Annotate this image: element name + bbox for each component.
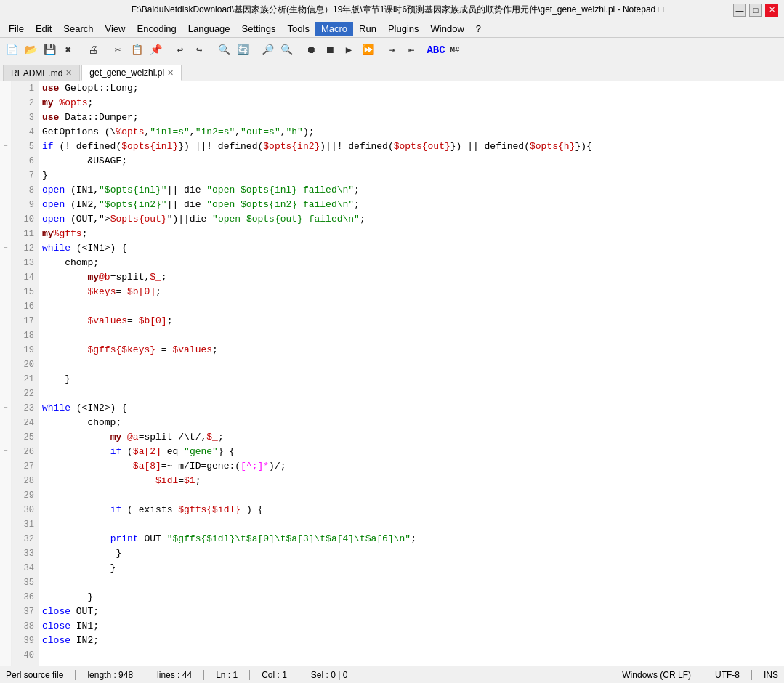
cut-button[interactable]: ✂ (109, 41, 126, 59)
code-line-13: chomp; (42, 256, 784, 270)
line-number-28: 28 (15, 474, 34, 488)
close-tab-button[interactable]: ✖ (60, 41, 77, 59)
line-number-35: 35 (15, 575, 34, 590)
code-area[interactable]: use Getopt::Long;my %opts;use Data::Dump… (39, 81, 784, 666)
menu-item-macro[interactable]: Macro (315, 22, 353, 36)
fold-cell-23[interactable]: − (0, 401, 11, 416)
print-button[interactable]: 🖨 (84, 41, 102, 59)
menu-item-tools[interactable]: Tools (282, 22, 315, 36)
fold-cell-11 (0, 227, 11, 241)
tab-README.md[interactable]: README.md✕ (3, 65, 80, 81)
code-line-3: use Data::Dumper; (42, 110, 784, 125)
line-number-33: 33 (15, 546, 34, 561)
fold-cell-29 (0, 488, 11, 503)
code-line-30: if ( exists $gffs{$idl} ) { (42, 503, 784, 517)
title-bar: F:\BaiduNetdiskDownload\基因家族分析(生物信息）19年版… (0, 0, 784, 20)
menu-item-run[interactable]: Run (353, 22, 382, 36)
tab-label: get_gene_weizhi.pl (89, 68, 164, 78)
code-line-39: close IN2; (42, 634, 784, 648)
line-number-10: 10 (15, 212, 34, 227)
fold-cell-22 (0, 387, 11, 401)
menu-item-search[interactable]: Search (57, 22, 99, 36)
copy-button[interactable]: 📋 (128, 41, 145, 59)
macro-play-button[interactable]: ▶ (340, 41, 357, 59)
fold-cell-30[interactable]: − (0, 503, 11, 517)
menu-item-plugins[interactable]: Plugins (382, 22, 425, 36)
undo-button[interactable]: ↩ (171, 41, 189, 59)
zoom-out-button[interactable]: 🔍 (278, 41, 295, 59)
minimize-button[interactable]: — (733, 4, 746, 17)
fold-cell-39 (0, 634, 11, 648)
fold-cell-26[interactable]: − (0, 445, 11, 459)
replace-button[interactable]: 🔄 (234, 41, 251, 59)
line-number-29: 29 (15, 488, 34, 503)
code-line-38: close IN1; (42, 619, 784, 634)
code-line-21: } (42, 372, 784, 387)
code-line-18 (42, 328, 784, 343)
code-line-41: sub USAGE { (42, 663, 784, 666)
fold-cell-6 (0, 154, 11, 169)
menu-item-window[interactable]: Window (425, 22, 470, 36)
toolbar: 📄 📂 💾 ✖ 🖨 ✂ 📋 📌 ↩ ↪ 🔍 🔄 🔎 🔍 ⏺ ⏹ ▶ ⏩ ⇥ ⇤ … (0, 38, 784, 62)
redo-button[interactable]: ↪ (190, 41, 208, 59)
code-line-1: use Getopt::Long; (42, 81, 784, 96)
menu-item-edit[interactable]: Edit (30, 22, 57, 36)
open-button[interactable]: 📂 (22, 41, 39, 59)
macro-rec-button[interactable]: ⏺ (302, 41, 320, 59)
menu-item-encoding[interactable]: Encoding (132, 22, 182, 36)
menu-item-language[interactable]: Language (182, 22, 236, 36)
fold-cell-2 (0, 96, 11, 110)
menu-item-view[interactable]: View (100, 22, 132, 36)
indent-button[interactable]: ⇥ (384, 41, 401, 59)
fold-cell-18 (0, 328, 11, 343)
extra-button[interactable]: M# (446, 41, 464, 59)
find-button[interactable]: 🔍 (215, 41, 233, 59)
fold-cell-5[interactable]: − (0, 140, 11, 154)
code-line-26: if ($a[2] eq "gene"} { (42, 445, 784, 459)
paste-button[interactable]: 📌 (147, 41, 164, 59)
maximize-button[interactable]: □ (749, 4, 762, 17)
menu-item-?[interactable]: ? (470, 22, 487, 36)
line-number-8: 8 (15, 183, 34, 198)
spellcheck-button[interactable]: ABC (427, 41, 445, 59)
new-button[interactable]: 📄 (3, 41, 20, 59)
fold-cell-41[interactable]: − (0, 663, 11, 666)
tab-close-btn[interactable]: ✕ (167, 68, 174, 78)
menu-item-settings[interactable]: Settings (236, 22, 282, 36)
line-number-36: 36 (15, 590, 34, 605)
title-controls: — □ ✕ (733, 4, 778, 17)
fold-cell-36 (0, 590, 11, 605)
code-line-8: open (IN1,"$opts{inl}"|| die "open $opts… (42, 183, 784, 198)
code-line-24: chomp; (42, 416, 784, 430)
line-number-7: 7 (15, 169, 34, 183)
fold-cell-8 (0, 183, 11, 198)
fold-cell-32 (0, 532, 11, 546)
macro-stop-button[interactable]: ⏹ (321, 41, 339, 59)
menu-item-file[interactable]: File (3, 22, 30, 36)
code-line-31 (42, 517, 784, 532)
save-button[interactable]: 💾 (41, 41, 58, 59)
line-number-11: 11 (15, 227, 34, 241)
line-number-40: 40 (15, 648, 34, 663)
macro-playall-button[interactable]: ⏩ (359, 41, 376, 59)
tab-get_gene_weizhi.pl[interactable]: get_gene_weizhi.pl✕ (81, 65, 182, 81)
tab-close-btn[interactable]: ✕ (65, 68, 72, 78)
line-number-3: 3 (15, 110, 34, 125)
code-line-11: my%gffs; (42, 227, 784, 241)
code-line-10: open (OUT,">$opts{out}")||die "open $opt… (42, 212, 784, 227)
code-line-22 (42, 387, 784, 401)
code-line-16 (42, 299, 784, 314)
fold-cell-34 (0, 561, 11, 575)
status-bar: Perl source file length : 948 lines : 44… (0, 666, 784, 683)
fold-cell-7 (0, 169, 11, 183)
code-line-19: $gffs{$keys} = $values; (42, 343, 784, 357)
fold-cell-31 (0, 517, 11, 532)
fold-cell-25 (0, 430, 11, 445)
code-line-12: while (<IN1>) { (42, 241, 784, 256)
code-line-17: $values= $b[0]; (42, 314, 784, 328)
outdent-button[interactable]: ⇤ (403, 41, 420, 59)
fold-cell-12[interactable]: − (0, 241, 11, 256)
zoom-in-button[interactable]: 🔎 (259, 41, 276, 59)
close-button[interactable]: ✕ (765, 4, 778, 17)
fold-cell-3 (0, 110, 11, 125)
